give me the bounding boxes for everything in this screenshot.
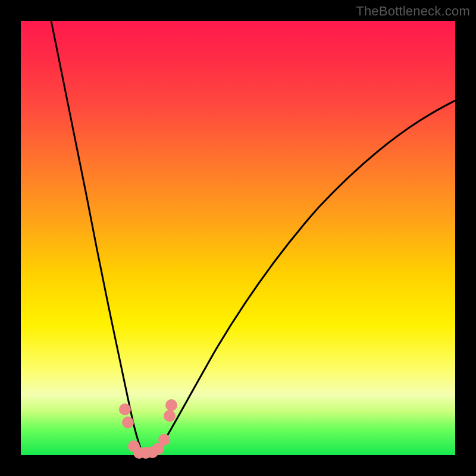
valley-markers <box>119 399 177 459</box>
marker-dot <box>158 434 170 446</box>
curve-layer <box>21 21 455 455</box>
marker-dot <box>164 410 176 422</box>
marker-dot <box>165 399 177 411</box>
plot-area <box>21 21 455 455</box>
bottleneck-curve <box>51 21 455 455</box>
marker-dot <box>119 403 131 415</box>
chart-frame: TheBottleneck.com <box>0 0 476 476</box>
marker-dot <box>122 416 134 428</box>
watermark-text: TheBottleneck.com <box>356 4 470 19</box>
